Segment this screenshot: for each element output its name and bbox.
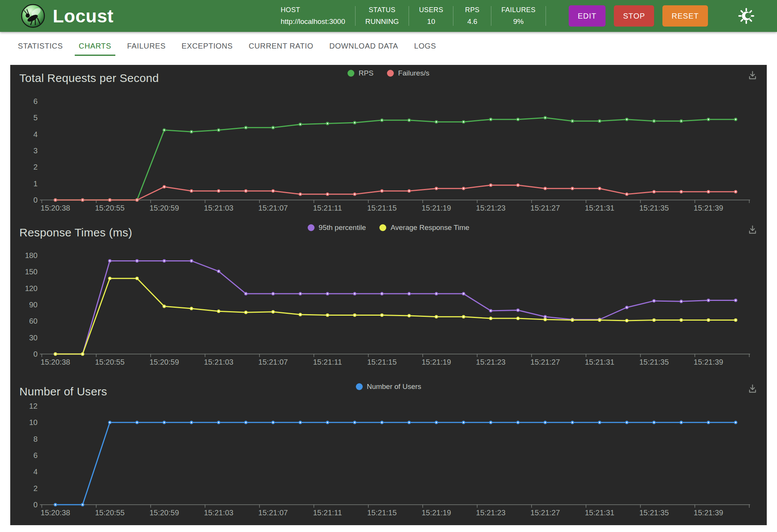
svg-text:150: 150: [25, 268, 38, 276]
svg-text:2: 2: [33, 163, 38, 171]
reset-button[interactable]: RESET: [662, 5, 708, 27]
stat-status: STATUSRUNNING: [355, 6, 409, 26]
stat-label: FAILURES: [501, 6, 535, 14]
svg-text:15:21:11: 15:21:11: [313, 508, 342, 517]
svg-text:15:20:59: 15:20:59: [149, 358, 179, 365]
svg-text:0: 0: [33, 501, 38, 509]
svg-text:3: 3: [33, 146, 38, 155]
charts-panel: Total Requests per Second RPSFailures/s …: [10, 65, 767, 525]
stat-label: HOST: [281, 6, 345, 14]
stat-users: USERS10: [409, 6, 453, 26]
users-chart-canvas[interactable]: 02468101215:20:3815:20:5515:20:5915:21:0…: [10, 365, 767, 525]
svg-text:120: 120: [25, 284, 38, 293]
svg-text:15:21:39: 15:21:39: [694, 358, 723, 365]
svg-text:15:21:23: 15:21:23: [476, 358, 506, 365]
number-of-users-chart-section: Number of Users Number of Users 02468101…: [10, 365, 767, 525]
svg-text:15:21:03: 15:21:03: [204, 204, 233, 212]
sun-moon-icon: [738, 8, 754, 24]
stat-failures: FAILURES9%: [491, 6, 546, 26]
stat-value: 9%: [501, 17, 535, 26]
stat-host: HOSThttp://localhost:3000: [275, 6, 355, 26]
svg-text:15:21:15: 15:21:15: [367, 508, 397, 517]
stat-label: RPS: [463, 6, 481, 14]
svg-text:15:21:35: 15:21:35: [639, 508, 669, 517]
svg-text:15:21:11: 15:21:11: [313, 358, 342, 365]
stop-button[interactable]: STOP: [614, 5, 654, 27]
svg-text:5: 5: [33, 113, 38, 122]
app-title: Locust: [53, 6, 113, 27]
tab-statistics[interactable]: STATISTICS: [10, 32, 71, 60]
tab-logs[interactable]: LOGS: [406, 32, 444, 60]
total-requests-chart-section: Total Requests per Second RPSFailures/s …: [10, 65, 767, 212]
stat-value: RUNNING: [365, 17, 399, 26]
svg-text:60: 60: [29, 317, 38, 325]
svg-text:15:21:07: 15:21:07: [258, 508, 288, 517]
locust-logo-icon: [21, 4, 45, 28]
svg-text:15:20:59: 15:20:59: [149, 204, 179, 212]
svg-text:15:21:31: 15:21:31: [585, 204, 614, 212]
svg-text:15:21:15: 15:21:15: [367, 358, 397, 365]
svg-text:15:21:23: 15:21:23: [476, 204, 506, 212]
response-times-chart-canvas[interactable]: 030609012015018015:20:3815:20:5515:20:59…: [10, 212, 767, 365]
svg-text:15:21:03: 15:21:03: [204, 508, 233, 517]
rps-chart-canvas[interactable]: 012345615:20:3815:20:5515:20:5915:21:031…: [10, 65, 767, 212]
svg-text:15:21:31: 15:21:31: [585, 358, 614, 365]
stat-label: STATUS: [365, 6, 399, 14]
svg-text:15:21:03: 15:21:03: [204, 358, 233, 365]
svg-text:15:21:23: 15:21:23: [476, 508, 506, 517]
tab-exceptions[interactable]: EXCEPTIONS: [174, 32, 241, 60]
svg-text:15:20:38: 15:20:38: [41, 508, 70, 517]
svg-text:90: 90: [29, 301, 38, 309]
stat-value: 10: [419, 17, 443, 26]
svg-text:15:21:27: 15:21:27: [530, 508, 560, 517]
tab-charts[interactable]: CHARTS: [71, 32, 119, 60]
tab-download-data[interactable]: DOWNLOAD DATA: [321, 32, 406, 60]
svg-text:15:20:55: 15:20:55: [95, 358, 125, 365]
svg-text:15:21:19: 15:21:19: [422, 204, 451, 212]
tab-current-ratio[interactable]: CURRENT RATIO: [241, 32, 321, 60]
stat-value: http://localhost:3000: [281, 17, 345, 26]
svg-text:8: 8: [33, 435, 38, 443]
svg-text:12: 12: [29, 402, 38, 410]
response-times-chart-section: Response Times (ms) 95th percentileAvera…: [10, 212, 767, 365]
svg-text:15:21:07: 15:21:07: [258, 204, 288, 212]
svg-text:15:21:39: 15:21:39: [694, 508, 723, 517]
svg-text:15:21:07: 15:21:07: [258, 358, 288, 365]
svg-text:0: 0: [33, 196, 38, 204]
svg-text:6: 6: [33, 97, 38, 105]
svg-text:15:21:19: 15:21:19: [422, 508, 451, 517]
svg-text:15:21:39: 15:21:39: [694, 204, 723, 212]
stat-value: 4.6: [463, 17, 481, 26]
svg-text:15:20:55: 15:20:55: [95, 204, 125, 212]
svg-text:15:20:59: 15:20:59: [149, 508, 179, 517]
dark-mode-toggle-button[interactable]: [738, 8, 754, 24]
svg-text:15:21:15: 15:21:15: [367, 204, 397, 212]
tab-failures[interactable]: FAILURES: [119, 32, 174, 60]
locust-home-link[interactable]: Locust: [21, 4, 113, 28]
svg-text:0: 0: [33, 350, 38, 358]
svg-text:15:21:35: 15:21:35: [639, 358, 669, 365]
svg-text:2: 2: [33, 484, 38, 493]
edit-button[interactable]: EDIT: [569, 5, 606, 27]
svg-text:15:21:11: 15:21:11: [313, 204, 342, 212]
svg-text:30: 30: [29, 334, 38, 342]
svg-text:4: 4: [33, 130, 38, 139]
stat-rps: RPS4.6: [453, 6, 491, 26]
svg-text:15:20:38: 15:20:38: [41, 358, 70, 365]
svg-text:10: 10: [29, 418, 38, 427]
svg-text:15:20:55: 15:20:55: [95, 508, 125, 517]
svg-text:15:21:27: 15:21:27: [530, 204, 560, 212]
svg-text:15:20:38: 15:20:38: [41, 204, 70, 212]
svg-text:15:21:27: 15:21:27: [530, 358, 560, 365]
stat-label: USERS: [419, 6, 443, 14]
header-action-buttons: EDITSTOPRESET: [569, 5, 708, 27]
svg-text:4: 4: [33, 467, 38, 476]
svg-text:15:21:31: 15:21:31: [585, 508, 614, 517]
header-stats: HOSThttp://localhost:3000STATUSRUNNINGUS…: [275, 6, 546, 26]
svg-text:6: 6: [33, 451, 38, 460]
svg-text:15:21:19: 15:21:19: [422, 358, 451, 365]
app-header: Locust HOSThttp://localhost:3000STATUSRU…: [0, 0, 777, 32]
main-tabbar: STATISTICSCHARTSFAILURESEXCEPTIONSCURREN…: [0, 32, 777, 60]
svg-text:15:21:35: 15:21:35: [639, 204, 669, 212]
svg-text:1: 1: [33, 179, 38, 188]
